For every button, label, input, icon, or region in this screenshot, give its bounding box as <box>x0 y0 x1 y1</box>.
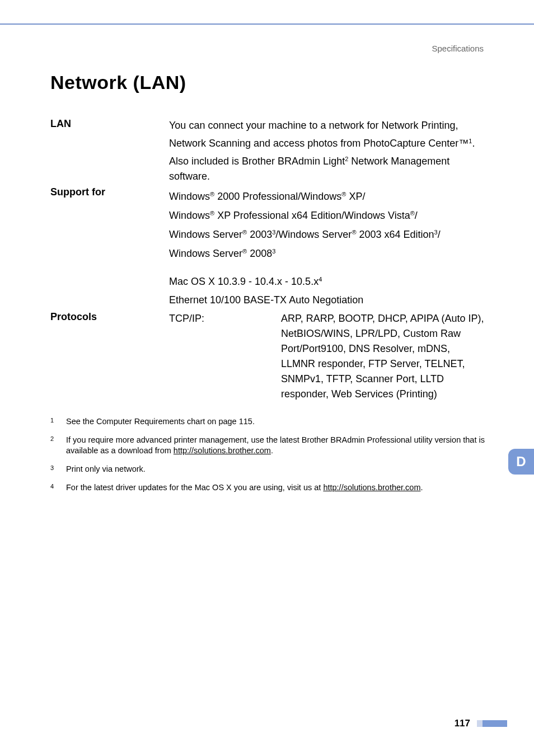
spec-value-protocols: TCP/IP: ARP, RARP, BOOTP, DHCP, APIPA (A… <box>169 311 486 402</box>
content-area: Network (LAN) LAN You can connect your m… <box>50 72 486 501</box>
reg-mark: ® <box>242 229 247 236</box>
footnote-ref-3[interactable]: 3 <box>272 229 275 236</box>
t: Windows <box>169 191 210 202</box>
fn-text-part: . <box>420 483 423 492</box>
t: / <box>415 210 418 221</box>
footer: 117 <box>455 718 507 729</box>
t: Mac OS X 10.3.9 - 10.4.x - 10.5.x <box>169 276 318 287</box>
spec-label-protocols: Protocols <box>50 311 169 402</box>
footnote-3: 3 Print only via network. <box>50 464 486 475</box>
header-section-label: Specifications <box>432 44 484 53</box>
reg-mark: ® <box>341 191 346 198</box>
footnote-text: For the latest driver updates for the Ma… <box>66 482 486 493</box>
fn-text-part: For the latest driver updates for the Ma… <box>66 483 323 492</box>
t: /Windows Server <box>275 229 352 240</box>
footnote-num: 3 <box>50 463 66 473</box>
footer-bar <box>483 720 507 727</box>
lan-text: You can connect your machine to a networ… <box>169 120 475 182</box>
t: Windows Server <box>169 229 242 240</box>
t: Windows Server <box>169 248 242 259</box>
spec-label-lan: LAN <box>50 118 169 184</box>
footnote-4: 4 For the latest driver updates for the … <box>50 482 486 493</box>
t: 2003 x64 Edition <box>356 229 434 240</box>
reg-mark: ® <box>210 191 214 198</box>
footnote-text: Print only via network. <box>66 464 486 475</box>
spec-row-lan: LAN You can connect your machine to a ne… <box>50 118 486 184</box>
lan-text-part1: You can connect your machine to a networ… <box>169 120 469 149</box>
protocol-name: TCP/IP: <box>169 311 281 402</box>
t: / <box>438 229 441 240</box>
spec-label-support: Support for <box>50 186 169 309</box>
footnote-ref-3[interactable]: 3 <box>272 248 275 255</box>
footnote-text: If you require more advanced printer man… <box>66 435 486 456</box>
spec-value-support: Windows® 2000 Professional/Windows® XP/ … <box>169 186 486 309</box>
reg-mark: ® <box>242 248 247 255</box>
support-line-eth: Ethernet 10/100 BASE-TX Auto Negotiation <box>169 293 486 308</box>
footnote-ref-4[interactable]: 4 <box>318 276 322 283</box>
t: Windows <box>169 210 210 221</box>
footnote-1: 1 See the Computer Requirements chart on… <box>50 416 486 427</box>
spec-row-protocols: Protocols TCP/IP: ARP, RARP, BOOTP, DHCP… <box>50 311 486 402</box>
t: 2000 Professional/Windows <box>214 191 341 202</box>
support-line-4: Windows Server® 20083 <box>169 243 486 261</box>
spec-row-support: Support for Windows® 2000 Professional/W… <box>50 186 486 309</box>
footer-bar-light <box>477 720 483 727</box>
footnote-num: 4 <box>50 481 66 492</box>
page-number: 117 <box>455 718 470 729</box>
support-line-1: Windows® 2000 Professional/Windows® XP/ <box>169 186 486 204</box>
footnote-link[interactable]: http://solutions.brother.com <box>323 483 420 492</box>
reg-mark: ® <box>410 210 415 217</box>
footnote-link[interactable]: http://solutions.brother.com <box>174 446 271 455</box>
support-line-3: Windows Server® 20033/Windows Server® 20… <box>169 224 486 242</box>
footnote-num: 2 <box>50 434 66 455</box>
spec-value-lan: You can connect your machine to a networ… <box>169 118 486 184</box>
footnote-ref-1[interactable]: 1 <box>469 138 472 144</box>
t: XP Professional x64 Edition/Windows Vist… <box>214 210 410 221</box>
footnote-2: 2 If you require more advanced printer m… <box>50 435 486 456</box>
fn-text-part: . <box>271 446 273 455</box>
footnote-num: 1 <box>50 415 66 426</box>
footnote-text: See the Computer Requirements chart on p… <box>66 416 486 427</box>
side-tab-d[interactable]: D <box>508 449 534 475</box>
footnotes: 1 See the Computer Requirements chart on… <box>50 416 486 493</box>
support-line-mac: Mac OS X 10.3.9 - 10.4.x - 10.5.x4 <box>169 271 486 289</box>
footnote-ref-2[interactable]: 2 <box>345 156 348 162</box>
fn-text-part: If you require more advanced printer man… <box>66 435 485 455</box>
t: 2008 <box>247 248 272 259</box>
protocol-list: ARP, RARP, BOOTP, DHCP, APIPA (Auto IP),… <box>281 311 486 402</box>
reg-mark: ® <box>210 210 214 217</box>
t: 2003 <box>247 229 272 240</box>
page-title: Network (LAN) <box>50 72 486 93</box>
reg-mark: ® <box>352 229 356 236</box>
footnote-ref-3[interactable]: 3 <box>434 229 438 236</box>
support-line-2: Windows® XP Professional x64 Edition/Win… <box>169 205 486 223</box>
top-rule <box>0 24 534 25</box>
t: XP/ <box>346 191 365 202</box>
